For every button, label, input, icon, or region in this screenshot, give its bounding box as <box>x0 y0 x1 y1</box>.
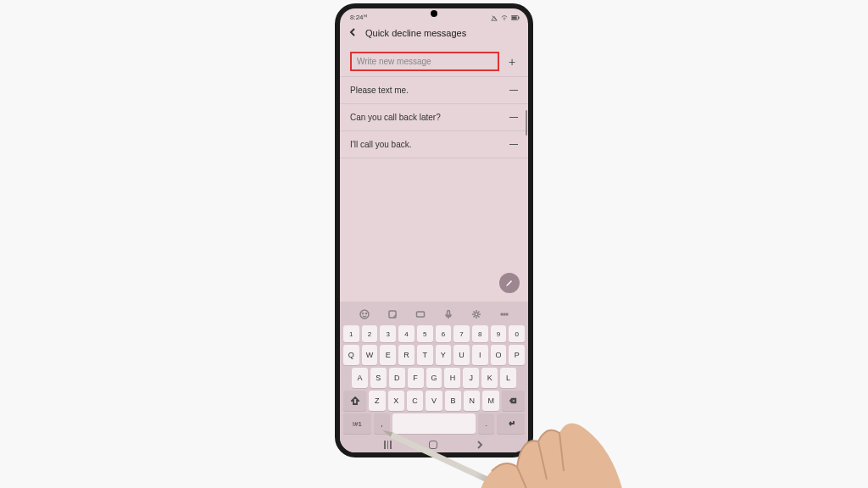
key-n[interactable]: N <box>464 391 480 411</box>
svg-rect-9 <box>447 311 449 316</box>
key-i[interactable]: I <box>472 345 488 365</box>
enter-key[interactable] <box>497 413 525 434</box>
key-0[interactable]: 0 <box>509 325 525 342</box>
key-j[interactable]: J <box>463 368 479 388</box>
key-x[interactable]: X <box>388 391 404 411</box>
remove-icon[interactable] <box>509 144 518 146</box>
front-camera <box>431 10 437 17</box>
settings-icon[interactable] <box>470 308 482 320</box>
new-message-input[interactable]: Write new message <box>350 52 499 71</box>
keyboard: 1234567890 QWERTYUIOP ASDFGHJKL ZXCVBNM … <box>340 302 528 435</box>
edit-fab[interactable] <box>499 273 520 293</box>
mic-icon[interactable] <box>442 308 454 320</box>
status-icons <box>491 14 520 21</box>
message-text: Can you call back later? <box>350 113 441 122</box>
back-icon[interactable] <box>348 28 357 38</box>
phone-frame: 8:24ᴹ Quick decline messages Write new m… <box>335 3 533 458</box>
add-icon[interactable]: + <box>506 56 518 68</box>
new-message-row: Write new message + <box>340 47 528 77</box>
no-signal-icon <box>491 14 498 21</box>
key-7[interactable]: 7 <box>453 325 470 342</box>
comma-key[interactable]: , <box>374 413 390 434</box>
more-icon[interactable] <box>498 308 510 320</box>
svg-rect-8 <box>416 312 424 317</box>
key-f[interactable]: F <box>408 368 424 388</box>
key-6[interactable]: 6 <box>436 325 452 342</box>
emoji-icon[interactable] <box>359 308 370 320</box>
period-key[interactable]: . <box>478 413 494 434</box>
message-row[interactable]: Please text me. <box>340 77 528 104</box>
svg-point-6 <box>365 313 366 314</box>
key-t[interactable]: T <box>417 345 433 365</box>
key-q[interactable]: Q <box>343 345 359 365</box>
message-text: Please text me. <box>350 86 409 95</box>
gif-icon[interactable] <box>415 308 426 320</box>
key-l[interactable]: L <box>500 368 516 388</box>
page-header: Quick decline messages <box>340 23 528 47</box>
page-title: Quick decline messages <box>365 28 466 38</box>
message-text: I'll call you back. <box>350 140 412 149</box>
nav-home[interactable] <box>429 441 437 449</box>
key-5[interactable]: 5 <box>417 325 433 342</box>
nav-bar <box>340 435 528 452</box>
symbols-key[interactable]: !#1 <box>343 413 371 434</box>
remove-icon[interactable] <box>509 117 518 119</box>
content-area <box>340 158 528 302</box>
message-row[interactable]: I'll call you back. <box>340 131 528 158</box>
key-v[interactable]: V <box>426 391 442 411</box>
key-k[interactable]: K <box>481 368 498 388</box>
key-2[interactable]: 2 <box>362 325 378 342</box>
battery-icon <box>511 15 520 20</box>
pencil-icon <box>505 279 514 287</box>
nav-back[interactable] <box>476 441 484 449</box>
nav-recent[interactable] <box>384 441 392 449</box>
wifi-icon <box>501 14 508 21</box>
key-w[interactable]: W <box>362 345 378 365</box>
key-3[interactable]: 3 <box>380 325 396 342</box>
key-o[interactable]: O <box>491 345 507 365</box>
key-z[interactable]: Z <box>369 391 385 411</box>
key-a[interactable]: A <box>352 368 368 388</box>
svg-point-11 <box>501 313 503 315</box>
key-u[interactable]: U <box>453 345 470 365</box>
key-1[interactable]: 1 <box>343 325 359 342</box>
svg-point-5 <box>362 313 363 314</box>
shift-key[interactable] <box>343 391 366 411</box>
scrollbar[interactable] <box>526 110 527 136</box>
message-row[interactable]: Can you call back later? <box>340 104 528 131</box>
svg-rect-2 <box>518 16 519 19</box>
key-p[interactable]: P <box>509 345 525 365</box>
svg-point-10 <box>475 313 478 316</box>
svg-point-12 <box>504 313 505 315</box>
key-s[interactable]: S <box>370 368 387 388</box>
keyboard-toolbar <box>343 305 525 325</box>
svg-point-13 <box>506 313 508 315</box>
message-list: Write new message + Please text me. Can … <box>340 47 528 158</box>
remove-icon[interactable] <box>509 90 518 92</box>
screen: 8:24ᴹ Quick decline messages Write new m… <box>340 8 528 452</box>
key-c[interactable]: C <box>407 391 423 411</box>
status-time: 8:24ᴹ <box>350 14 367 21</box>
space-key[interactable] <box>392 413 476 434</box>
key-r[interactable]: R <box>398 345 415 365</box>
key-m[interactable]: M <box>482 391 498 411</box>
key-4[interactable]: 4 <box>398 325 415 342</box>
svg-rect-3 <box>512 16 517 19</box>
key-b[interactable]: B <box>445 391 461 411</box>
svg-point-0 <box>504 19 504 19</box>
key-8[interactable]: 8 <box>472 325 488 342</box>
key-y[interactable]: Y <box>436 345 452 365</box>
keyboard-keys: 1234567890 QWERTYUIOP ASDFGHJKL ZXCVBNM … <box>343 325 525 434</box>
key-e[interactable]: E <box>380 345 396 365</box>
key-d[interactable]: D <box>389 368 405 388</box>
key-h[interactable]: H <box>444 368 460 388</box>
backspace-key[interactable] <box>502 391 525 411</box>
sticker-icon[interactable] <box>387 308 398 320</box>
key-9[interactable]: 9 <box>491 325 507 342</box>
key-g[interactable]: G <box>426 368 442 388</box>
